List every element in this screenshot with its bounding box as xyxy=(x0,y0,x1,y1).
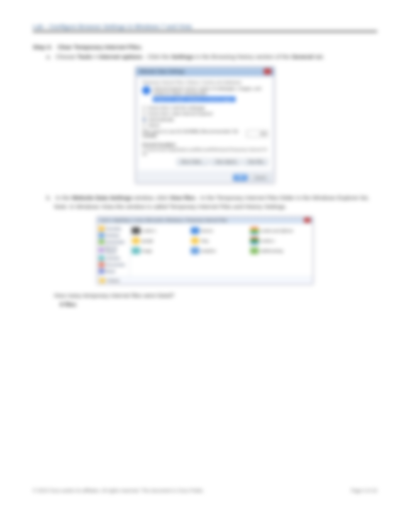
b-t2: window, click xyxy=(134,194,169,201)
opt3-label: Automatically xyxy=(149,117,174,122)
sidebar-item-favorites[interactable]: Favorites xyxy=(99,226,128,231)
instruction-b-note: Note: In Windows Vista this window is ca… xyxy=(46,203,377,210)
step-title: Clear Temporary Internet Files. xyxy=(58,44,142,50)
explorer-close-icon[interactable]: × xyxy=(304,218,310,223)
side-lbl-4: Libraries xyxy=(105,256,120,260)
letter-a: a. xyxy=(46,53,54,60)
item-lbl: bing xyxy=(201,239,208,243)
list-item[interactable]: cookie:u xyxy=(250,237,309,244)
b-b1: Website Data Settings xyxy=(72,194,132,201)
sidebar-item-downloads[interactable]: Downloads xyxy=(99,239,128,245)
item-lbl: cookie:1 xyxy=(142,229,156,233)
b-t1: In the xyxy=(56,194,72,201)
footer-page-number: Page 4 of 10 xyxy=(351,488,377,493)
list-item[interactable]: favicon xyxy=(191,227,250,234)
list-item[interactable]: cookie:1 xyxy=(132,227,191,234)
list-item[interactable]: analytics xyxy=(191,247,250,254)
opt1-label: Every time I visit the webpage xyxy=(149,105,205,110)
explorer-screenshot: User1 ▸ AppData ▸ Local ▸ Microsoft ▸ Wi… xyxy=(97,217,313,284)
file-icon xyxy=(250,247,259,254)
file-icon xyxy=(132,237,140,244)
a-t3: in the Browsing history section of the xyxy=(196,53,291,60)
item-lbl: cookie:u xyxy=(260,239,274,243)
a-t2: . Click the xyxy=(144,53,171,60)
side-lbl-2: Downloads xyxy=(105,240,124,244)
footer-copyright: © 2015 Cisco and/or its affiliates. All … xyxy=(33,488,204,493)
dialog-desc: Internet Explorer stores copies of webpa… xyxy=(153,86,268,95)
opt4-label: Never xyxy=(149,123,160,127)
item-lbl: image xyxy=(142,249,152,253)
step-heading: Step 4: Clear Temporary Internet Files. xyxy=(33,44,377,50)
dialog-tabs[interactable]: Temporary Internet Files | History | Cac… xyxy=(142,80,268,85)
current-location-title: Current location: xyxy=(142,142,268,147)
a-b2: Settings xyxy=(171,53,194,60)
a-t4: tab. xyxy=(315,53,324,60)
question-text: How many temporary internet files were l… xyxy=(33,292,377,299)
cancel-button[interactable]: Cancel xyxy=(250,174,270,181)
b-b2: View files xyxy=(169,194,195,201)
list-item[interactable]: bing xyxy=(191,237,250,244)
settings-dialog-screenshot: Website Data Settings × Temporary Intern… xyxy=(136,67,274,184)
dialog-title-text: Website Data Settings xyxy=(139,69,185,74)
ok-button[interactable]: OK xyxy=(233,174,247,181)
file-icon xyxy=(132,247,140,254)
explorer-content: cookie:1 favicon cookie:user1@msn google… xyxy=(130,223,313,277)
item-lbl: cookie:user1@msn xyxy=(260,229,293,233)
a-b3: General xyxy=(291,53,313,60)
list-item[interactable]: cookie:user1@msn xyxy=(250,227,309,234)
list-item[interactable]: google xyxy=(132,237,191,244)
move-folder-button[interactable]: Move folder... xyxy=(177,158,208,165)
dialog-titlebar: Website Data Settings × xyxy=(136,67,274,76)
list-item[interactable]: safebrowsing xyxy=(250,247,309,254)
item-lbl: google xyxy=(142,239,153,243)
close-icon[interactable]: × xyxy=(264,69,271,74)
sidebar-item-music[interactable]: Music xyxy=(99,269,128,274)
letter-b: b. xyxy=(46,194,54,201)
list-item[interactable]: image xyxy=(132,247,191,254)
breadcrumb[interactable]: User1 ▸ AppData ▸ Local ▸ Microsoft ▸ Wi… xyxy=(100,218,227,223)
side-lbl-0: Favorites xyxy=(105,227,121,231)
explorer-sidebar: Favorites Desktop Downloads Recent Place… xyxy=(97,223,130,277)
item-lbl: safebrowsing xyxy=(260,249,283,253)
file-icon xyxy=(191,227,199,234)
file-icon xyxy=(191,247,199,254)
side-lbl-6: Music xyxy=(105,269,115,274)
sidebar-item-desktop[interactable]: Desktop xyxy=(99,233,128,238)
file-icon xyxy=(132,227,140,234)
instruction-b: b. In the Website Data Settings window, … xyxy=(33,194,377,210)
item-lbl: favicon xyxy=(201,229,213,233)
disk-space-input[interactable]: 250 xyxy=(246,130,268,137)
a-t1: Choose xyxy=(56,53,77,60)
view-objects-button[interactable]: View objects xyxy=(211,158,241,165)
side-lbl-1: Desktop xyxy=(105,233,120,238)
item-lbl: analytics xyxy=(201,249,216,253)
opt2-label: Every time I start Internet Explorer xyxy=(149,111,213,116)
answer-text: 9 files xyxy=(33,301,377,308)
file-icon xyxy=(250,237,259,244)
radio-every-visit[interactable]: Every time I visit the webpage xyxy=(142,105,268,110)
sidebar-item-recent[interactable]: Recent Places xyxy=(99,246,128,254)
check-newer-label: Check for newer versions of stored pages… xyxy=(153,97,235,102)
a-b1: Tools > Internet options xyxy=(77,53,142,60)
radio-automatically[interactable]: Automatically xyxy=(142,117,268,122)
side-lbl-5: Documents xyxy=(105,263,125,267)
view-files-button[interactable]: View files xyxy=(243,158,268,165)
b-t3: . In the Temporary Internet Files folder… xyxy=(197,194,369,201)
folder-icon xyxy=(100,278,105,283)
file-icon xyxy=(191,237,199,244)
radio-every-start[interactable]: Every time I start Internet Explorer xyxy=(142,111,268,116)
sidebar-item-libraries[interactable]: Libraries xyxy=(99,255,128,261)
disk-space-label: Disk space to use (8-1024MB) (Recommende… xyxy=(142,129,246,138)
explorer-statusbar: 9 items xyxy=(97,277,313,284)
sidebar-item-documents[interactable]: Documents xyxy=(99,262,128,267)
file-icon xyxy=(250,227,259,234)
instruction-a: a. Choose Tools > Internet options . Cli… xyxy=(33,53,377,60)
info-icon xyxy=(142,86,151,95)
page-header: Lab – Configure Browser Settings in Wind… xyxy=(33,23,192,30)
step-label: Step 4: xyxy=(33,44,56,50)
radio-never[interactable]: Never xyxy=(142,123,268,127)
item-count: 9 items xyxy=(107,279,119,283)
current-location-path: C:\Users\User1\AppData\Local\Microsoft\W… xyxy=(142,148,268,156)
side-lbl-3: Recent Places xyxy=(105,246,128,254)
